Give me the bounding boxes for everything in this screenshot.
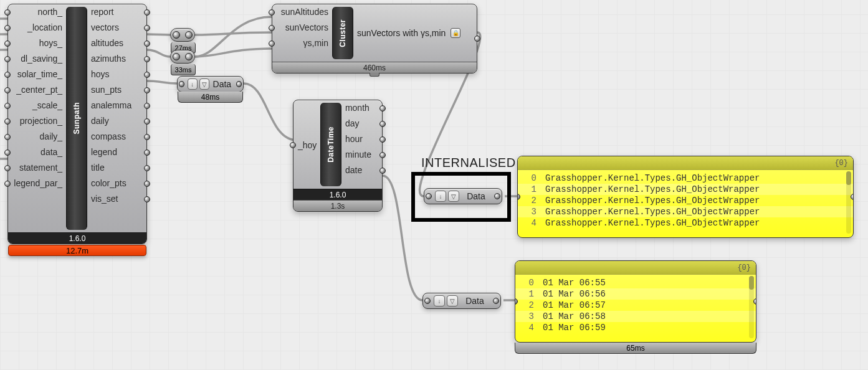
port-date[interactable]: date: [341, 163, 382, 178]
port-analemma[interactable]: analemma: [87, 98, 146, 113]
port-dl-saving[interactable]: dl_saving_: [8, 51, 66, 67]
lock-icon[interactable]: 🔒: [451, 28, 460, 38]
datetime-outputs: month day hour minute date: [341, 100, 382, 189]
port-minute[interactable]: minute: [341, 147, 382, 163]
port-scale[interactable]: _scale_: [8, 98, 66, 113]
port-daily-in[interactable]: daily_: [8, 129, 66, 145]
sunpath-version: 1.6.0: [8, 232, 146, 244]
port-vectors[interactable]: vectors: [87, 20, 146, 36]
port-hoys-in[interactable]: hoys_: [8, 36, 66, 51]
port-hoys-out[interactable]: hoys: [87, 67, 146, 82]
port-sunaltitudes[interactable]: sunAltitudes: [272, 4, 332, 20]
annotation-internalised: INTERNALISED: [421, 156, 516, 170]
graft-icon[interactable]: ↓: [188, 78, 198, 90]
data-param-internalised[interactable]: ↓ ▽ Data: [424, 188, 502, 204]
port-altitudes[interactable]: altitudes: [87, 36, 146, 51]
panel-scrollbar[interactable]: [846, 171, 851, 234]
sunpath-runtime-warning[interactable]: 12.7m: [8, 245, 146, 256]
sunpath-component[interactable]: north_ _location hoys_ dl_saving_ solar_…: [7, 4, 147, 244]
simplify-icon[interactable]: ▽: [448, 191, 459, 202]
port-legend-par[interactable]: legend_par_: [8, 176, 66, 191]
port-solar-time[interactable]: solar_time_: [8, 67, 66, 82]
simplify-icon[interactable]: ▽: [447, 295, 458, 306]
port-report[interactable]: report: [87, 4, 146, 20]
data-param-1[interactable]: ↓ ▽ Data 48ms: [177, 76, 244, 92]
cluster-component[interactable]: sunAltitudes sunVectors γs,min Cluster s…: [272, 4, 477, 74]
relay-1[interactable]: 27ms: [170, 28, 195, 42]
sunpath-inputs: north_ _location hoys_ dl_saving_ solar_…: [8, 4, 66, 232]
datetime-component[interactable]: _hoy DateTime month day hour minute date…: [293, 100, 383, 212]
port-compass[interactable]: compass: [87, 129, 146, 145]
port-north[interactable]: north_: [8, 4, 66, 20]
panel-dates-time: 65ms: [515, 343, 756, 354]
panel1-rows: 0Grasshopper.Kernel.Types.GH_ObjectWrapp…: [518, 170, 853, 231]
port-sun-pts[interactable]: sun_pts: [87, 82, 146, 98]
port-sunvectors[interactable]: sunVectors: [272, 20, 332, 36]
port-azimuths[interactable]: azimuths: [87, 51, 146, 67]
datetime-spine: DateTime: [320, 103, 341, 186]
panel-dates[interactable]: {0} 001 Mar 06:55 101 Mar 06:56 201 Mar …: [515, 260, 756, 343]
port-location[interactable]: _location: [8, 20, 66, 36]
datetime-inputs: _hoy: [293, 100, 320, 190]
cluster-spine: Cluster: [332, 7, 353, 59]
port-month[interactable]: month: [341, 100, 382, 116]
port-color-pts[interactable]: color_pts: [87, 176, 146, 191]
panel-scrollbar[interactable]: [749, 276, 754, 338]
panel-path: {0}: [834, 159, 848, 168]
port-statement[interactable]: statement_: [8, 160, 66, 176]
datetime-time: 1.3s: [293, 200, 382, 211]
port-legend[interactable]: legend: [87, 145, 146, 160]
graft-icon[interactable]: ↓: [435, 191, 446, 202]
port-hour[interactable]: hour: [341, 131, 382, 147]
panel-objectwrapper[interactable]: {0} 0Grasshopper.Kernel.Types.GH_ObjectW…: [517, 156, 854, 238]
port-vis-set[interactable]: vis_set: [87, 191, 146, 207]
data-param-1-time: 48ms: [178, 92, 243, 103]
port-title[interactable]: title: [87, 160, 146, 176]
port-data[interactable]: data_: [8, 145, 66, 160]
cluster-inputs: sunAltitudes sunVectors γs,min: [272, 4, 332, 62]
data-param-2[interactable]: ↓ ▽ Data: [422, 293, 501, 309]
sunpath-spine: Sunpath: [66, 7, 87, 230]
relay-2-time: 33ms: [171, 64, 196, 75]
simplify-icon[interactable]: ▽: [199, 78, 209, 90]
port-daily-out[interactable]: daily: [87, 113, 146, 129]
port-center-pt[interactable]: _center_pt_: [8, 82, 66, 98]
sunpath-outputs: report vectors altitudes azimuths hoys s…: [87, 4, 146, 232]
graft-icon[interactable]: ↓: [434, 295, 445, 306]
port-cluster-output[interactable]: sunVectors with γs,min 🔒: [353, 24, 477, 42]
datetime-version: 1.6.0: [293, 189, 382, 200]
relay-2[interactable]: 33ms: [170, 50, 195, 64]
panel-path: {0}: [737, 263, 751, 272]
port-day[interactable]: day: [341, 116, 382, 131]
port-hoy-in[interactable]: _hoy: [293, 138, 320, 153]
port-gamma-min[interactable]: γs,min: [272, 36, 332, 51]
port-projection[interactable]: projection_: [8, 113, 66, 129]
cluster-outputs: sunVectors with γs,min 🔒: [353, 4, 477, 62]
panel2-rows: 001 Mar 06:55 101 Mar 06:56 201 Mar 06:5…: [515, 275, 756, 336]
cluster-time: 460ms: [272, 62, 477, 73]
